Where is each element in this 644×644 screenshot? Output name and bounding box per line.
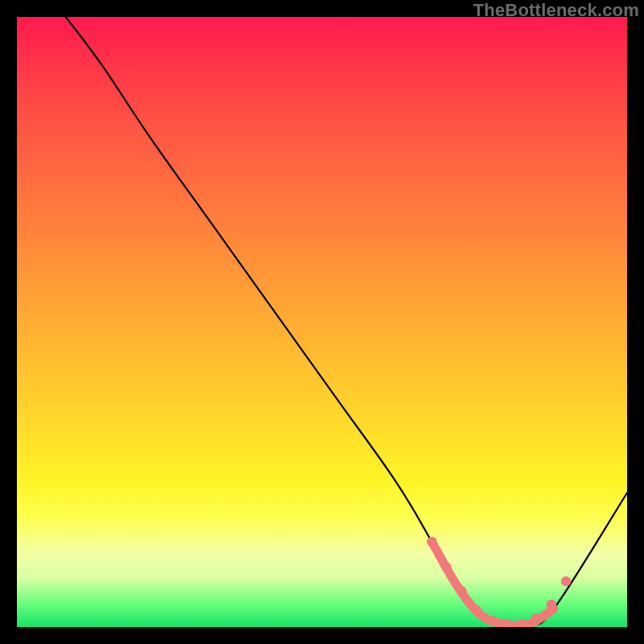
optimal-dot <box>427 537 436 547</box>
optimal-dot <box>531 613 541 623</box>
plot-area <box>17 17 627 627</box>
curve-layer <box>17 17 627 627</box>
optimal-dot <box>517 619 526 627</box>
optimal-dot <box>441 563 451 572</box>
optimal-dot <box>472 605 481 615</box>
optimal-dot <box>561 576 571 586</box>
chart-stage: TheBottleneck.com <box>0 0 644 644</box>
watermark-text: TheBottleneck.com <box>473 0 639 21</box>
bottleneck-curve <box>66 17 627 625</box>
optimal-dot <box>487 616 497 625</box>
optimal-dot <box>456 586 466 596</box>
optimal-dot <box>547 600 556 609</box>
optimal-range-highlight <box>431 542 554 625</box>
